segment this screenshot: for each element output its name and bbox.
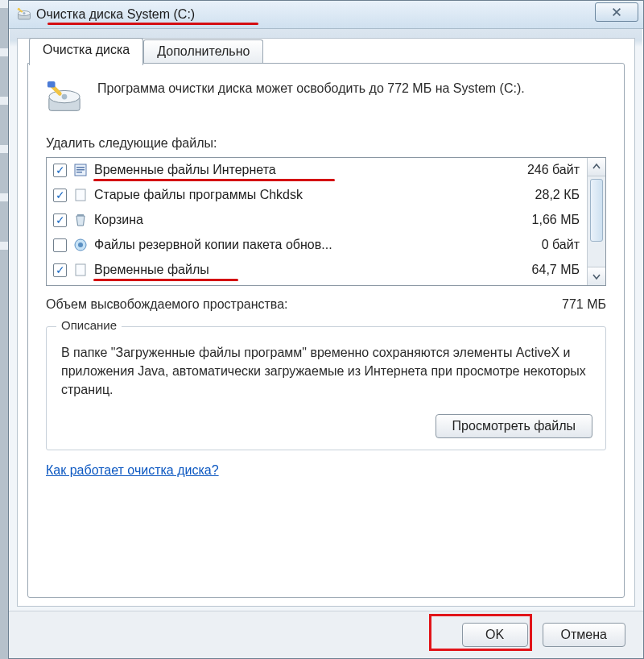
list-item[interactable]: Временные файлы64,7 МБ	[47, 257, 588, 282]
drive-icon	[46, 80, 83, 117]
tab-more-options[interactable]: Дополнительно	[143, 39, 263, 64]
view-files-button[interactable]: Просмотреть файлы	[436, 414, 592, 438]
files-to-delete-label: Удалить следующие файлы:	[46, 136, 606, 151]
tab-page: Программа очистки диска может освободить…	[27, 63, 625, 598]
svg-rect-16	[76, 264, 85, 276]
list-item-label: Временные файлы Интернета	[94, 163, 502, 177]
ok-button[interactable]: OK	[462, 623, 528, 647]
disk-cleanup-window: Очистка диска System (C:) Очистка диска …	[8, 0, 644, 659]
annotation-underline	[47, 23, 258, 25]
checkbox[interactable]	[53, 164, 67, 177]
files-listbox[interactable]: Временные файлы Интернета246 байтСтарые …	[46, 157, 606, 286]
annotation-underline	[93, 279, 238, 281]
freed-space-label: Объем высвобождаемого пространства:	[46, 297, 288, 312]
list-item[interactable]: Файлы резервной копии пакета обнов...0 б…	[47, 232, 588, 257]
summary-text: Программа очистки диска может освободить…	[97, 80, 525, 117]
scroll-down-button[interactable]	[588, 267, 605, 285]
list-item-label: Старые файлы программы Chkdsk	[94, 188, 502, 202]
close-button[interactable]	[595, 2, 638, 22]
checkbox[interactable]	[53, 213, 67, 227]
client-area: Очистка диска Дополнительно Программа оч…	[17, 38, 635, 607]
svg-point-6	[62, 94, 68, 100]
tab-cleanup[interactable]: Очистка диска	[29, 38, 143, 65]
checkbox[interactable]	[53, 263, 67, 277]
description-legend: Описание	[56, 318, 122, 332]
svg-point-15	[78, 242, 83, 247]
list-item[interactable]: Корзина1,66 МБ	[47, 207, 588, 232]
description-text: В папке "Загруженные файлы программ" вре…	[61, 343, 591, 400]
scrollbar[interactable]	[587, 158, 605, 285]
disk-cleanup-icon	[17, 7, 31, 22]
list-item-size: 0 байт	[502, 238, 583, 252]
list-item-label: Корзина	[94, 213, 502, 227]
window-title: Очистка диска System (C:)	[36, 7, 195, 22]
list-item-size: 1,66 МБ	[502, 213, 583, 227]
svg-point-2	[23, 12, 26, 15]
annotation-underline	[93, 179, 335, 181]
svg-rect-7	[47, 81, 56, 88]
file-category-icon	[73, 263, 88, 277]
file-category-icon	[73, 213, 88, 227]
scroll-up-button[interactable]	[588, 158, 605, 176]
chevron-down-icon	[592, 272, 601, 280]
titlebar[interactable]: Очистка диска System (C:)	[9, 1, 643, 29]
freed-space-value: 771 МБ	[562, 297, 606, 312]
list-item-size: 64,7 МБ	[502, 263, 583, 277]
checkbox[interactable]	[53, 189, 67, 202]
description-group: Описание В папке "Загруженные файлы прог…	[46, 326, 606, 450]
list-item[interactable]: Временные файлы Интернета246 байт	[47, 158, 588, 182]
svg-rect-11	[76, 172, 82, 173]
list-item-size: 246 байт	[502, 163, 583, 177]
file-category-icon	[73, 238, 88, 252]
list-item-size: 28,2 КБ	[502, 188, 583, 202]
list-item-label: Временные файлы	[94, 263, 502, 277]
file-category-icon	[73, 188, 88, 202]
svg-rect-9	[76, 167, 85, 168]
scroll-thumb[interactable]	[590, 179, 603, 242]
file-category-icon	[73, 163, 88, 177]
cancel-button[interactable]: Отмена	[543, 623, 625, 647]
svg-point-3	[18, 8, 20, 10]
dialog-footer: OK Отмена	[9, 611, 643, 658]
chevron-up-icon	[592, 163, 601, 171]
checkbox[interactable]	[53, 238, 67, 252]
help-link[interactable]: Как работает очистка диска?	[46, 463, 219, 478]
close-icon	[611, 6, 622, 18]
svg-rect-10	[76, 169, 85, 171]
svg-rect-12	[76, 189, 85, 201]
svg-rect-13	[77, 214, 84, 216]
list-item[interactable]: Старые файлы программы Chkdsk28,2 КБ	[47, 182, 588, 207]
list-item-label: Файлы резервной копии пакета обнов...	[94, 238, 502, 252]
tabstrip: Очистка диска Дополнительно	[29, 38, 263, 64]
